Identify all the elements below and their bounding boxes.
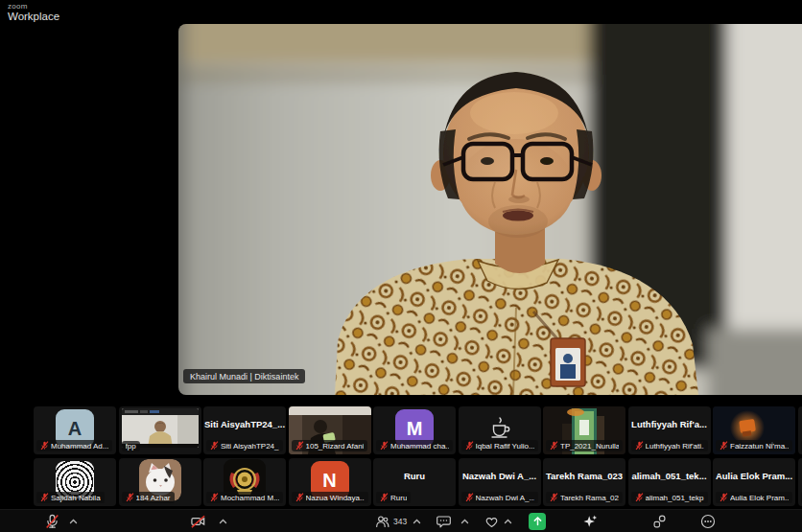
- share-screen-button[interactable]: [529, 513, 546, 530]
- heart-icon: [484, 513, 500, 529]
- participant-name-label: Luthfiyyah Rif'ati...: [631, 440, 708, 451]
- participants-icon: [374, 513, 390, 529]
- mute-options-caret[interactable]: [69, 518, 78, 524]
- mic-muted-icon: [40, 493, 49, 502]
- apps-button[interactable]: [651, 513, 668, 529]
- participant-label-text: Ruru: [390, 494, 407, 502]
- participant-name-label: Sajidah Nabila: [36, 492, 105, 503]
- participant-display-name: Aulia Elok Pram...: [713, 471, 795, 481]
- workplace-label: Workplace: [8, 11, 59, 22]
- participant-name-label: fpp: [122, 441, 140, 451]
- ai-sparkle-icon: [581, 513, 599, 530]
- participant-label-text: Nazua Windaya...: [306, 494, 365, 502]
- mic-muted-icon: [465, 441, 474, 451]
- participant-name-label: alimah_051_tekp...: [631, 492, 708, 503]
- participants-caret[interactable]: [413, 518, 421, 524]
- participant-label-text: Aulia Elok Pram...: [730, 494, 789, 502]
- chat-icon: [436, 513, 452, 529]
- apps-icon: [651, 513, 668, 529]
- participant-name-label: TP_2021_Nurulla...: [546, 440, 623, 451]
- participant-tile[interactable]: Mochammad M...: [203, 458, 286, 506]
- participant-tile[interactable]: RuruRuru: [373, 458, 456, 506]
- speaker-name-tag: Khairul Munadi | Diktisaintek: [183, 369, 305, 383]
- participants-button[interactable]: 343: [374, 513, 407, 529]
- participant-name-label: Mochammad M...: [206, 492, 283, 503]
- participant-display-name: Luthfiyyah Rif'a...: [628, 419, 711, 429]
- participant-tile[interactable]: NNazua Windaya...: [289, 458, 371, 506]
- participant-tile[interactable]: [798, 458, 802, 506]
- mic-muted-icon: [635, 493, 644, 502]
- participant-display-name: alimah_051_tek...: [628, 471, 711, 481]
- participant-label-text: 105_Rizard Afani: [306, 442, 365, 451]
- reactions-button[interactable]: [484, 513, 500, 529]
- chevron-up-icon: [504, 518, 512, 524]
- participant-label-text: Mochammad M...: [221, 494, 279, 502]
- meeting-toolbar: 343: [0, 509, 802, 532]
- video-button[interactable]: [190, 513, 206, 529]
- mic-muted-icon: [719, 441, 728, 451]
- participant-tile[interactable]: Aulia Elok Pram...Aulia Elok Pram...: [713, 458, 795, 506]
- participant-tile[interactable]: 184 Azhar: [119, 458, 201, 506]
- mute-button[interactable]: [44, 513, 60, 529]
- video-options-caret[interactable]: [219, 518, 227, 524]
- zoom-logo: zoom: [8, 2, 59, 11]
- speaker-video-scene: [178, 24, 802, 395]
- participant-tile[interactable]: 105_Rizard Afani: [289, 406, 371, 454]
- participant-label-text: Sajidah Nabila: [51, 494, 101, 502]
- participant-label-text: Muhammad Ad...: [51, 442, 108, 451]
- participant-name-label: Nazwah Dwi A_...: [461, 492, 538, 503]
- participants-count: 343: [393, 517, 407, 526]
- participant-label-text: Muhammad cha...: [390, 442, 449, 451]
- participant-tile[interactable]: Iqbal Rafif Yulio...: [459, 406, 541, 454]
- participant-tile[interactable]: alimah_051_tek...alimah_051_tekp...: [628, 458, 711, 506]
- participant-tile[interactable]: fpp: [119, 406, 201, 454]
- mic-muted-icon: [635, 441, 644, 451]
- mic-muted-icon: [380, 441, 389, 451]
- participant-label-text: 184 Azhar: [136, 494, 171, 502]
- mic-muted-icon: [210, 441, 219, 451]
- mic-muted-icon: [380, 493, 389, 502]
- participant-label-text: Faizzatun Ni'ma...: [730, 442, 789, 451]
- participant-display-name: Siti AisyahTP24_...: [203, 419, 286, 429]
- chevron-up-icon: [219, 518, 227, 524]
- participant-display-name: Nazwah Dwi A_...: [459, 471, 541, 481]
- chat-caret[interactable]: [460, 518, 469, 524]
- participant-tile[interactable]: Siti AisyahTP24_...Siti AisyahTP24_...: [203, 406, 286, 454]
- mic-muted-icon: [44, 513, 60, 529]
- participant-tile[interactable]: TP_2021_Nurulla...: [543, 406, 625, 454]
- zoom-meeting-window: zoom Workplace: [0, 0, 802, 532]
- coffee-cup-icon: [487, 415, 512, 440]
- ai-companion-button[interactable]: [581, 513, 599, 530]
- participant-display-name: Tarekh Rama_023: [543, 471, 625, 481]
- mic-muted-icon: [295, 441, 304, 451]
- participant-name-label: Iqbal Rafif Yulio...: [461, 440, 538, 451]
- participant-tile[interactable]: AMuhammad Ad...: [34, 406, 116, 454]
- participant-tile[interactable]: Faizzatun Ni'ma...: [713, 406, 795, 454]
- mic-muted-icon: [40, 441, 49, 451]
- participant-label-text: Iqbal Rafif Yulio...: [476, 442, 534, 451]
- app-brand: zoom Workplace: [8, 2, 59, 22]
- chat-button[interactable]: [436, 513, 452, 529]
- participant-label-text: Siti AisyahTP24_...: [221, 442, 279, 451]
- participant-tile[interactable]: Sajidah Nabila: [34, 458, 116, 506]
- participant-tile[interactable]: [798, 406, 802, 454]
- reactions-caret[interactable]: [504, 518, 512, 524]
- participant-name-label: Siti AisyahTP24_...: [206, 440, 283, 451]
- share-screen-icon: [529, 513, 546, 530]
- main-speaker-video[interactable]: Khairul Munadi | Diktisaintek: [178, 24, 802, 395]
- participant-label-text: TP_2021_Nurulla...: [560, 442, 619, 451]
- mic-muted-icon: [550, 441, 558, 451]
- participant-tile[interactable]: MMuhammad cha...: [373, 406, 456, 454]
- participant-name-label: Tarekh Rama_023: [546, 492, 623, 503]
- participant-name-label: Aulia Elok Pram...: [716, 492, 792, 503]
- camera-muted-icon: [190, 513, 206, 529]
- participant-tile[interactable]: Tarekh Rama_023Tarekh Rama_023: [543, 458, 625, 506]
- participant-name-label: Faizzatun Ni'ma...: [716, 440, 792, 451]
- participant-tile[interactable]: Nazwah Dwi A_...Nazwah Dwi A_...: [459, 458, 541, 506]
- mic-muted-icon: [126, 493, 134, 502]
- more-ellipsis-icon: [699, 513, 717, 530]
- participant-label-text: fpp: [126, 442, 136, 451]
- more-button[interactable]: [699, 513, 717, 530]
- chevron-up-icon: [460, 518, 469, 524]
- participant-tile[interactable]: Luthfiyyah Rif'a...Luthfiyyah Rif'ati...: [628, 406, 711, 454]
